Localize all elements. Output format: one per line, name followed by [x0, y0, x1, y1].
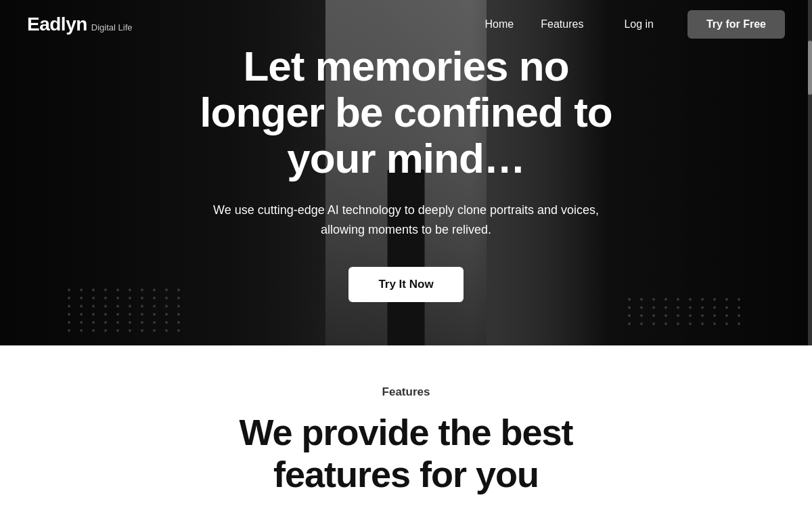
- dot: [713, 306, 716, 309]
- dot: [177, 313, 180, 316]
- dot: [92, 321, 95, 324]
- dot: [640, 306, 643, 309]
- nav-cta-button[interactable]: Try for Free: [687, 10, 785, 39]
- dot: [177, 329, 180, 332]
- dot: [92, 297, 95, 299]
- dot: [713, 322, 716, 325]
- dot: [738, 306, 740, 309]
- dot: [165, 329, 168, 332]
- scrollbar-thumb[interactable]: [808, 41, 812, 95]
- dot: [141, 305, 143, 308]
- dot: [153, 297, 156, 299]
- dot: [141, 329, 143, 332]
- dot: [177, 305, 180, 308]
- features-heading-line2: features for you: [273, 454, 539, 494]
- dot: [116, 297, 119, 299]
- features-heading: We provide the best features for you: [239, 411, 572, 495]
- dot: [664, 306, 667, 309]
- dot: [129, 321, 131, 324]
- features-label: Features: [382, 385, 430, 399]
- dot: [116, 305, 119, 308]
- dot: [68, 313, 70, 316]
- dot: [68, 321, 70, 324]
- dot: [628, 306, 631, 309]
- dot: [677, 298, 679, 301]
- dot: [141, 289, 143, 291]
- hero-subtitle: We use cutting-edge AI technology to dee…: [210, 200, 602, 240]
- logo[interactable]: Eadlyn Digital Life: [27, 14, 133, 35]
- dot: [116, 313, 119, 316]
- dot: [80, 329, 83, 332]
- hero-title: Let memories no longer be confined to yo…: [176, 43, 636, 182]
- dot: [664, 314, 667, 317]
- dot: [701, 314, 704, 317]
- dot: [80, 305, 83, 308]
- dot: [677, 306, 679, 309]
- dot: [141, 313, 143, 316]
- dot: [80, 321, 83, 324]
- dot: [141, 321, 143, 324]
- dot: [664, 322, 667, 325]
- dot: [129, 297, 131, 299]
- dot: [640, 322, 643, 325]
- nav-home[interactable]: Home: [485, 18, 514, 30]
- dot: [68, 289, 70, 291]
- dot: [689, 314, 692, 317]
- dot: [104, 329, 107, 332]
- features-heading-line1: We provide the best: [239, 412, 572, 452]
- dot: [177, 321, 180, 324]
- navbar: Eadlyn Digital Life Home Features Log in…: [0, 0, 812, 49]
- hero-cta-button[interactable]: Try It Now: [348, 267, 463, 302]
- dot: [664, 298, 667, 301]
- dot: [92, 313, 95, 316]
- brand-tagline: Digital Life: [91, 22, 133, 33]
- dot: [652, 314, 655, 317]
- dot: [652, 322, 655, 325]
- dot: [116, 321, 119, 324]
- dot: [738, 298, 740, 301]
- dot: [153, 289, 156, 291]
- dot: [713, 314, 716, 317]
- dot: [689, 322, 692, 325]
- dot: [701, 298, 704, 301]
- dot: [80, 297, 83, 299]
- dot: [652, 306, 655, 309]
- dot: [677, 314, 679, 317]
- scrollbar[interactable]: [808, 0, 812, 345]
- dot: [153, 305, 156, 308]
- dot: [104, 313, 107, 316]
- dot: [92, 329, 95, 332]
- dot: [116, 289, 119, 291]
- dot: [652, 298, 655, 301]
- dot: [738, 314, 740, 317]
- nav-login[interactable]: Log in: [624, 18, 654, 30]
- dot: [104, 297, 107, 299]
- dot: [68, 329, 70, 332]
- dot: [129, 329, 131, 332]
- dot: [153, 321, 156, 324]
- brand-name: Eadlyn: [27, 14, 87, 35]
- dot: [104, 321, 107, 324]
- hero-section: Let memories no longer be confined to yo…: [0, 0, 812, 345]
- dot: [677, 322, 679, 325]
- dot: [725, 306, 728, 309]
- dot: [701, 322, 704, 325]
- dot: [689, 298, 692, 301]
- dot: [628, 314, 631, 317]
- dot: [80, 289, 83, 291]
- hero-content: Let memories no longer be confined to yo…: [162, 43, 650, 302]
- dot: [713, 298, 716, 301]
- dot: [68, 297, 70, 299]
- dot: [165, 321, 168, 324]
- dot: [104, 289, 107, 291]
- dot: [689, 306, 692, 309]
- dot: [725, 322, 728, 325]
- nav-features[interactable]: Features: [541, 18, 583, 30]
- dot: [129, 305, 131, 308]
- dot: [129, 289, 131, 291]
- dot: [701, 306, 704, 309]
- dot: [725, 298, 728, 301]
- dot: [640, 314, 643, 317]
- features-section: Features We provide the best features fo…: [0, 345, 812, 508]
- dot: [725, 314, 728, 317]
